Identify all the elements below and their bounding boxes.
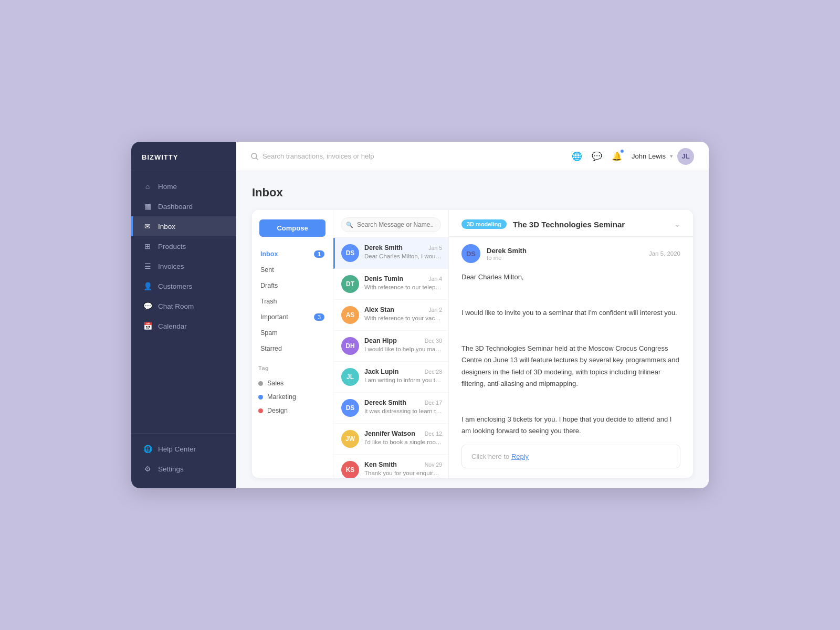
top-bar-icons: 🌐 💬 🔔 John Lewis ▾ JL bbox=[572, 148, 694, 165]
mail-folders: Inbox1SentDraftsTrashImportant3SpamStarr… bbox=[252, 246, 333, 356]
sidebar-item-calendar[interactable]: 📅Calendar bbox=[131, 316, 236, 336]
tag-marketing[interactable]: Marketing bbox=[258, 390, 327, 404]
notification-badge bbox=[620, 149, 624, 153]
messages-search-input[interactable] bbox=[341, 217, 441, 232]
sales-dot bbox=[258, 381, 263, 386]
user-info[interactable]: John Lewis ▾ JL bbox=[632, 148, 694, 165]
sidebar-item-label: Calendar bbox=[158, 322, 187, 330]
message-preview: Thank you for your enquiry about the st.… bbox=[364, 470, 442, 476]
message-preview: With reference to our telephone conver..… bbox=[364, 284, 442, 290]
page-title: Inbox bbox=[252, 186, 693, 200]
message-preview: I'd like to book a single room in your h… bbox=[364, 439, 442, 445]
sender-name: Derek Smith bbox=[487, 247, 643, 255]
search-icon bbox=[251, 153, 258, 160]
sidebar-item-settings[interactable]: ⚙Settings bbox=[131, 459, 236, 479]
message-item[interactable]: JL Jack Lupin Dec 28 I am writing to inf… bbox=[333, 362, 448, 393]
sidebar-item-invoices[interactable]: ☰Invoices bbox=[131, 256, 236, 276]
chat-icon[interactable]: 💬 bbox=[592, 151, 602, 161]
message-sender-name: Jennifer Watson bbox=[364, 430, 415, 437]
notification-icon[interactable]: 🔔 bbox=[612, 151, 622, 161]
email-body-paragraph: Dear Charles Milton, bbox=[461, 271, 680, 283]
sidebar-item-products[interactable]: ⊞Products bbox=[131, 236, 236, 256]
tag-design[interactable]: Design bbox=[258, 404, 327, 417]
folder-label-inbox: Inbox bbox=[260, 250, 278, 258]
folder-spam[interactable]: Spam bbox=[254, 325, 331, 341]
sidebar: BIZWITTY ⌂Home▦Dashboard✉Inbox⊞Products☰… bbox=[131, 142, 236, 488]
folder-inbox[interactable]: Inbox1 bbox=[254, 246, 331, 262]
reply-box[interactable]: Click here to Reply bbox=[461, 445, 680, 468]
search-placeholder[interactable]: Search transactions, invoices or help bbox=[262, 152, 374, 160]
sidebar-item-label: Settings bbox=[158, 465, 184, 473]
sidebar-item-inbox[interactable]: ✉Inbox bbox=[131, 216, 236, 236]
collapse-icon[interactable]: ⌄ bbox=[674, 220, 680, 228]
folder-label-important: Important bbox=[260, 313, 288, 321]
svg-line-1 bbox=[256, 158, 258, 160]
message-preview: With reference to your vacancy for Off..… bbox=[364, 315, 442, 321]
calendar-icon: 📅 bbox=[143, 322, 152, 330]
message-item[interactable]: JW Jennifer Watson Dec 12 I'd like to bo… bbox=[333, 424, 448, 455]
email-date: Jan 5, 2020 bbox=[649, 250, 680, 257]
email-body-paragraph: The 3D Technologies Seminar held at the … bbox=[461, 343, 680, 389]
email-body: Dear Charles Milton, I would like to inv… bbox=[449, 268, 693, 443]
message-item[interactable]: DS Dereck Smith Dec 17 It was distressin… bbox=[333, 393, 448, 424]
settings-icon: ⚙ bbox=[143, 465, 152, 473]
message-date: Dec 12 bbox=[425, 430, 442, 437]
compose-button[interactable]: Compose bbox=[259, 219, 326, 237]
folder-label-spam: Spam bbox=[260, 329, 278, 337]
message-preview: I would like to help you make it more at… bbox=[364, 346, 442, 352]
folder-trash[interactable]: Trash bbox=[254, 293, 331, 309]
message-date: Nov 29 bbox=[425, 461, 442, 468]
message-item[interactable]: DH Dean Hipp Dec 30 I would like to help… bbox=[333, 331, 448, 362]
message-avatar: JW bbox=[341, 430, 359, 448]
folder-starred[interactable]: Starred bbox=[254, 341, 331, 356]
message-body: Alex Stan Jan 2 With reference to your v… bbox=[364, 306, 442, 324]
message-item[interactable]: DT Denis Tumin Jan 4 With reference to o… bbox=[333, 269, 448, 300]
message-sender-name: Derek Smith bbox=[364, 244, 403, 251]
reply-link[interactable]: Reply bbox=[511, 453, 529, 460]
products-icon: ⊞ bbox=[143, 242, 152, 250]
message-avatar: AS bbox=[341, 306, 359, 324]
sender-info: Derek Smith to me bbox=[487, 247, 643, 261]
message-item[interactable]: KS Ken Smith Nov 29 Thank you for your e… bbox=[333, 455, 448, 478]
customers-icon: 👤 bbox=[143, 282, 152, 290]
email-subject: The 3D Technologies Seminar bbox=[513, 220, 625, 229]
email-body-paragraph bbox=[461, 325, 680, 337]
sidebar-item-home[interactable]: ⌂Home bbox=[131, 176, 236, 196]
folder-sent[interactable]: Sent bbox=[254, 262, 331, 278]
tag-label-marketing: Marketing bbox=[267, 393, 296, 401]
message-body: Jack Lupin Dec 28 I am writing to inform… bbox=[364, 368, 442, 386]
email-detail: 3D modeling The 3D Technologies Seminar … bbox=[449, 210, 693, 478]
message-body: Jennifer Watson Dec 12 I'd like to book … bbox=[364, 430, 442, 448]
message-preview: It was distressing to learn that the TV … bbox=[364, 408, 442, 414]
tag-section-label: Tag bbox=[258, 365, 327, 371]
message-date: Dec 28 bbox=[425, 369, 442, 375]
sidebar-item-customers[interactable]: 👤Customers bbox=[131, 276, 236, 296]
message-item[interactable]: DS Derek Smith Jan 5 Dear Charles Milton… bbox=[333, 238, 448, 269]
sidebar-item-helpcenter[interactable]: 🌐Help Center bbox=[131, 439, 236, 459]
globe-icon[interactable]: 🌐 bbox=[572, 151, 582, 161]
folder-label-sent: Sent bbox=[260, 266, 274, 274]
folder-drafts[interactable]: Drafts bbox=[254, 278, 331, 293]
sidebar-item-dashboard[interactable]: ▦Dashboard bbox=[131, 196, 236, 216]
inbox-folders: Compose Inbox1SentDraftsTrashImportant3S… bbox=[252, 210, 333, 478]
message-body: Denis Tumin Jan 4 With reference to our … bbox=[364, 275, 442, 293]
email-header: 3D modeling The 3D Technologies Seminar … bbox=[449, 210, 693, 237]
folder-badge-important: 3 bbox=[314, 313, 324, 321]
email-body-paragraph bbox=[461, 289, 680, 301]
message-date: Jan 4 bbox=[428, 276, 442, 282]
tag-sales[interactable]: Sales bbox=[258, 376, 327, 390]
sidebar-item-label: Customers bbox=[158, 282, 192, 290]
sidebar-item-chatroom[interactable]: 💬Chat Room bbox=[131, 296, 236, 316]
message-item[interactable]: AS Alex Stan Jan 2 With reference to you… bbox=[333, 300, 448, 331]
sidebar-bottom: 🌐Help Center⚙Settings bbox=[131, 433, 236, 488]
folder-important[interactable]: Important3 bbox=[254, 309, 331, 325]
sidebar-item-label: Chat Room bbox=[158, 302, 194, 310]
message-date: Dec 30 bbox=[425, 338, 442, 344]
message-avatar: JL bbox=[341, 368, 359, 386]
logo: BIZWITTY bbox=[131, 142, 236, 171]
message-sender-name: Dereck Smith bbox=[364, 399, 406, 406]
message-sender-name: Dean Hipp bbox=[364, 337, 397, 344]
folder-label-trash: Trash bbox=[260, 298, 277, 305]
tag-label-sales: Sales bbox=[267, 380, 284, 387]
message-avatar: KS bbox=[341, 461, 359, 478]
